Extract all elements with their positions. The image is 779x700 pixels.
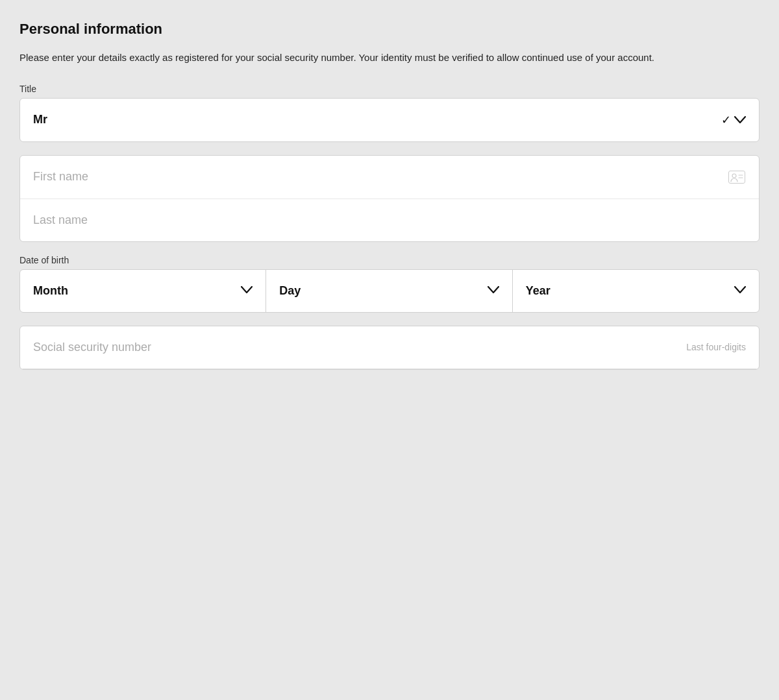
last-name-placeholder: Last name (33, 213, 88, 227)
month-chevron-icon (241, 285, 253, 296)
first-name-placeholder: First name (33, 170, 88, 184)
title-card: Mr ✓ (19, 98, 760, 142)
first-name-row[interactable]: First name (20, 156, 759, 199)
title-selected-value: Mr (33, 113, 47, 127)
year-chevron-icon (734, 285, 746, 296)
title-label: Title (19, 84, 760, 94)
year-value: Year (526, 284, 550, 298)
ssn-input-row[interactable]: Social security number Last four-digits (20, 326, 759, 369)
title-chevron-icon: ✓ (721, 113, 746, 127)
ssn-placeholder: Social security number (33, 341, 151, 354)
month-value: Month (33, 284, 68, 298)
day-select[interactable]: Day (266, 270, 512, 312)
page-description: Please enter your details exactly as reg… (19, 51, 701, 66)
year-select[interactable]: Year (513, 270, 759, 312)
month-select[interactable]: Month (20, 270, 266, 312)
ssn-card: Social security number Last four-digits (19, 326, 760, 370)
name-section: First name Last name (19, 155, 760, 242)
title-section: Title Mr ✓ (19, 84, 760, 142)
title-select[interactable]: Mr ✓ (20, 99, 759, 141)
date-grid: Month Day Year (20, 270, 759, 312)
ssn-section: Social security number Last four-digits (19, 326, 760, 370)
svg-point-1 (732, 174, 736, 178)
name-card: First name Last name (19, 155, 760, 242)
day-value: Day (279, 284, 301, 298)
contact-card-icon (728, 170, 746, 184)
last-name-row[interactable]: Last name (20, 199, 759, 241)
page-title: Personal information (19, 21, 760, 38)
day-chevron-icon (488, 285, 499, 296)
ssn-hint: Last four-digits (686, 342, 746, 352)
dob-label: Date of birth (19, 255, 760, 265)
dob-card: Month Day Year (19, 269, 760, 313)
dob-section: Date of birth Month Day (19, 255, 760, 313)
